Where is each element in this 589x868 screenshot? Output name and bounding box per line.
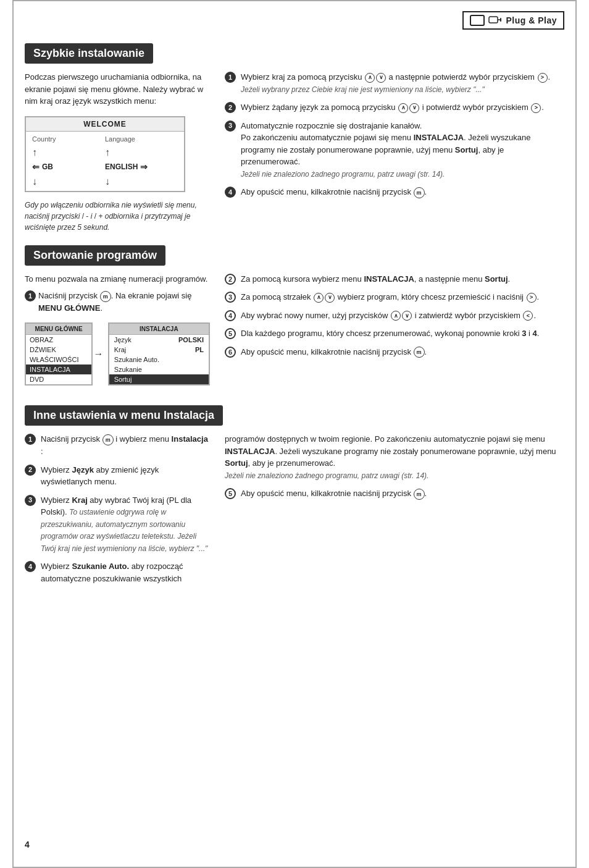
welcome-col2: Language bbox=[105, 135, 178, 144]
menu-item-instalacja: INSTALACJA bbox=[26, 364, 91, 374]
left-arrow: ⇐ bbox=[32, 162, 40, 172]
welcome-row-gb: ⇐ GB bbox=[32, 161, 105, 173]
row-label-sortuj: Sortuj bbox=[114, 376, 132, 383]
svg-rect-2 bbox=[500, 18, 501, 22]
btn-up4: ∧ bbox=[391, 311, 401, 321]
btn-up: ∧ bbox=[365, 73, 375, 83]
section1-step4: 4 Aby opuścić menu, kilkakrotnie naciśni… bbox=[225, 186, 564, 198]
section1-step1: 1 Wybierz kraj za pomocą przycisku ∧∨ a … bbox=[225, 71, 564, 95]
menu-boxes: MENU GŁÓWNE OBRAZ DŹWIEK WŁAŚCIWOŚCI INS… bbox=[25, 322, 210, 386]
inne-step1: 1 Naciśnij przycisk m i wybierz menu Ins… bbox=[25, 433, 210, 457]
welcome-body: Country Language ↑ ↑ ⇐ GB ENGLISH ⇒ bbox=[26, 132, 184, 191]
step1-text: Wybierz kraj za pomocą przycisku ∧∨ a na… bbox=[241, 71, 550, 95]
section1-step2: 2 Wybierz żądany język za pomocą przycis… bbox=[225, 101, 564, 114]
sort-step3: 3 Za pomocą strzałek ∧∨ wybierz program,… bbox=[225, 291, 564, 303]
instalacja-row-kraj: Kraj PL bbox=[109, 345, 209, 355]
sort-step2-text: Za pomocą kursora wybierz menu INSTALACJ… bbox=[241, 273, 510, 285]
inne-right-para: programów dostępnych w twoim regionie. P… bbox=[225, 433, 564, 481]
row-val-jezyk: POLSKI bbox=[178, 336, 204, 343]
row-label-kraj: Kraj bbox=[114, 346, 127, 353]
btn-up3: ∧ bbox=[314, 293, 324, 303]
welcome-box: WELCOME Country Language ↑ ↑ ⇐ GB ENGLIS… bbox=[25, 116, 185, 192]
inne-step1-text: Naciśnij przycisk m i wybierz menu Insta… bbox=[41, 433, 210, 457]
welcome-header: WELCOME bbox=[26, 117, 184, 132]
btn-down3: ∨ bbox=[325, 293, 335, 303]
btn-ok3: > bbox=[527, 293, 537, 303]
sort-step-badge-5: 5 bbox=[225, 328, 236, 339]
left-border bbox=[12, 0, 14, 868]
section1-step3: 3 Automatycznie rozpocznie się dostrajan… bbox=[225, 120, 564, 180]
menu-btn5: m bbox=[414, 489, 425, 500]
btn-down: ∨ bbox=[376, 73, 386, 83]
inne-step3: 3 Wybierz Kraj aby wybrać Twój kraj (PL … bbox=[25, 494, 210, 555]
section-sort: Sortowanie programów To menu pozwala na … bbox=[25, 245, 564, 394]
section-quick-install: Szybkie instalowanie Podczas pierwszego … bbox=[25, 43, 564, 233]
page-number: 4 bbox=[25, 840, 30, 849]
instalacja-row-sortuj: Sortuj bbox=[109, 374, 209, 384]
section1-title: Szybkie instalowanie bbox=[25, 43, 153, 64]
top-border bbox=[12, 0, 577, 1]
sort-step4-text: Aby wybrać nowy numer, użyj przycisków ∧… bbox=[241, 310, 536, 322]
sort-step-badge-6: 6 bbox=[225, 347, 236, 358]
inne-badge-2: 2 bbox=[25, 465, 36, 476]
inne-badge-3: 3 bbox=[25, 495, 36, 506]
menu-glowne-box: MENU GŁÓWNE OBRAZ DŹWIEK WŁAŚCIWOŚCI INS… bbox=[25, 322, 93, 386]
sort-step-badge-4: 4 bbox=[225, 310, 236, 321]
welcome-col1: Country bbox=[32, 135, 105, 144]
btn-left4: < bbox=[523, 311, 533, 321]
sort-step2: 2 Za pomocą kursora wybierz menu INSTALA… bbox=[225, 273, 564, 285]
inne-step2: 2 Wybierz Język aby zmienić język wyświe… bbox=[25, 464, 210, 488]
inne-step4-text: Wybierz Szukanie Auto. aby rozpocząć aut… bbox=[41, 560, 210, 584]
menu-btn1: m bbox=[414, 187, 425, 198]
menu-btn4: m bbox=[102, 434, 114, 445]
right-arrow: ⇒ bbox=[140, 162, 148, 172]
sort-step6: 6 Aby opuścić menu, kilkakrotnie naciśni… bbox=[225, 346, 564, 358]
step-badge-4: 4 bbox=[225, 187, 236, 198]
section2-intro: To menu pozwala na zmianę numeracji prog… bbox=[25, 273, 210, 285]
btn-ok1: > bbox=[538, 73, 548, 83]
inne-step4: 4 Wybierz Szukanie Auto. aby rozpocząć a… bbox=[25, 560, 210, 584]
step3-text: Automatycznie rozpocznie się dostrajanie… bbox=[241, 120, 564, 180]
btn-down4: ∨ bbox=[402, 311, 412, 321]
section3-content: 1 Naciśnij przycisk m i wybierz menu Ins… bbox=[25, 433, 564, 591]
section3-right-steps: 5 Aby opuścić menu, kilkakrotnie naciśni… bbox=[225, 487, 564, 500]
section2-title: Sortowanie programów bbox=[25, 245, 165, 266]
plug-play-text: Plug & Play bbox=[506, 15, 557, 25]
inne-badge-4: 4 bbox=[25, 561, 36, 572]
inne-step5: 5 Aby opuścić menu, kilkakrotnie naciśni… bbox=[225, 487, 564, 500]
inne-badge-5: 5 bbox=[225, 488, 236, 499]
sort-badge-1: 1 bbox=[25, 290, 36, 301]
section2-left: To menu pozwala na zmianę numeracji prog… bbox=[25, 273, 210, 394]
sort-step-badge-3: 3 bbox=[225, 292, 236, 303]
instalacja-row-jezyk: Język POLSKI bbox=[109, 335, 209, 345]
inne-step2-text: Wybierz Język aby zmienić język wyświetl… bbox=[41, 464, 210, 488]
arrow-up-right: ↑ bbox=[105, 146, 178, 158]
instalacja-row-szukanie: Szukanie bbox=[109, 364, 209, 374]
english-label: ENGLISH bbox=[105, 162, 138, 171]
step-badge-3: 3 bbox=[225, 120, 236, 132]
section2-steps: 2 Za pomocą kursora wybierz menu INSTALA… bbox=[225, 273, 564, 358]
svg-rect-0 bbox=[489, 17, 498, 23]
plug-play-badge: Plug & Play bbox=[462, 11, 564, 30]
section1-steps: 1 Wybierz kraj za pomocą przycisku ∧∨ a … bbox=[225, 71, 564, 198]
step2-text: Wybierz żądany język za pomocą przycisku… bbox=[241, 101, 544, 114]
section-inne: Inne ustawienia w menu Instalacja 1 Naci… bbox=[25, 405, 564, 591]
section3-left-steps: 1 Naciśnij przycisk m i wybierz menu Ins… bbox=[25, 433, 210, 584]
menu-item-dvd: DVD bbox=[26, 374, 91, 384]
sort-step4: 4 Aby wybrać nowy numer, użyj przycisków… bbox=[225, 310, 564, 322]
section1-intro: Podczas pierwszego uruchamiania odbiorni… bbox=[25, 71, 210, 107]
row-val-kraj: PL bbox=[195, 346, 204, 353]
btn-down2: ∨ bbox=[409, 103, 419, 113]
sort-step-badge-2: 2 bbox=[225, 274, 236, 285]
btn-ok2: > bbox=[531, 103, 541, 113]
section2-content: To menu pozwala na zmianę numeracji prog… bbox=[25, 273, 564, 394]
step-badge-1: 1 bbox=[225, 72, 236, 83]
instalacja-row-szukanie-auto: Szukanie Auto. bbox=[109, 355, 209, 364]
menu-item-wlasciwosci: WŁAŚCIWOŚCI bbox=[26, 355, 91, 364]
inne-step3-text: Wybierz Kraj aby wybrać Twój kraj (PL dl… bbox=[41, 494, 210, 555]
section2-right: 2 Za pomocą kursora wybierz menu INSTALA… bbox=[225, 273, 564, 364]
section2-step1-wrap: 1 Naciśnij przycisk m. Na ekranie pojawi… bbox=[25, 290, 210, 314]
plug-icon bbox=[488, 15, 502, 25]
section1-right: 1 Wybierz kraj za pomocą przycisku ∧∨ a … bbox=[225, 71, 564, 204]
right-border bbox=[575, 0, 577, 868]
